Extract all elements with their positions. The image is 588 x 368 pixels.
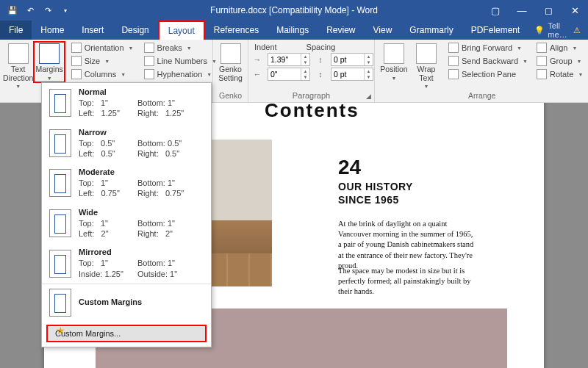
group-label-paragraph: Paragraph (293, 91, 330, 100)
margins-narrow-icon (49, 129, 71, 157)
paragraph-dialog-launcher[interactable]: ◢ (366, 93, 371, 100)
margins-option-normal[interactable]: Normal Top: 1" Bottom: 1" Left: 1.25" Ri… (42, 83, 211, 123)
send-backward-icon (448, 56, 459, 66)
section-heading: OUR HISTORY SINCE 1965 (338, 181, 413, 206)
body-paragraph-1: At the brink of daylight on a quaint Van… (338, 219, 478, 271)
orientation-button[interactable]: Orientation▼ (68, 42, 137, 54)
tell-me-search[interactable]: 💡Tell me… (528, 21, 573, 40)
indent-right-icon: ← (251, 70, 263, 79)
indent-left-field[interactable]: 1.39"▲▼ (268, 53, 310, 66)
spacing-after-field[interactable]: 0 pt▲▼ (331, 68, 373, 81)
warning-icon[interactable]: ⚠ (573, 21, 581, 40)
selection-pane-icon (448, 69, 459, 79)
margins-moderate-icon (49, 169, 71, 197)
indent-left-icon: → (251, 55, 263, 64)
line-numbers-button[interactable]: Line Numbers▼ (141, 55, 220, 67)
redo-icon[interactable]: ↷ (40, 2, 56, 18)
tab-file[interactable]: File (0, 21, 32, 40)
breaks-button[interactable]: Breaks▼ (141, 42, 220, 54)
align-button[interactable]: Align▼ (534, 42, 586, 54)
close-icon[interactable]: ✕ (562, 0, 588, 21)
quick-access-toolbar: 💾 ↶ ↷ ▾ (0, 2, 74, 18)
columns-button[interactable]: Columns▼ (68, 68, 137, 80)
tab-grammarly[interactable]: Grammarly (401, 21, 462, 40)
margins-icon (39, 43, 60, 64)
send-backward-button[interactable]: Send Backward▼ (445, 55, 531, 67)
maximize-icon[interactable]: ◻ (535, 0, 562, 21)
page-number-text: 24 (338, 156, 361, 179)
group-label-genko: Genko (213, 91, 248, 102)
undo-icon[interactable]: ↶ (22, 2, 38, 18)
selection-pane-button[interactable]: Selection Pane (445, 68, 531, 80)
minimize-icon[interactable]: — (509, 0, 535, 21)
position-button[interactable]: Position▼ (378, 42, 410, 81)
save-icon[interactable]: 💾 (4, 2, 21, 18)
tab-references[interactable]: References (205, 21, 268, 40)
orientation-icon (71, 43, 82, 53)
bring-forward-button[interactable]: Bring Forward▼ (445, 42, 531, 54)
margins-button[interactable]: Margins▼ (33, 41, 65, 83)
body-paragraph-2: The space may be modest in size but it i… (338, 266, 478, 297)
tab-pdfelement[interactable]: PDFelement (462, 21, 529, 40)
group-icon (537, 56, 547, 66)
tab-home[interactable]: Home (32, 21, 73, 40)
hyphenation-button[interactable]: Hyphenation▼ (141, 68, 220, 80)
margins-option-mirrored[interactable]: Mirrored Top: 1" Bottom: 1" Inside: 1.25… (42, 243, 211, 284)
bring-forward-icon (448, 43, 459, 53)
lightbulb-icon: 💡 (534, 26, 545, 35)
ribbon-options-icon[interactable]: ▢ (482, 0, 509, 21)
align-icon (537, 43, 547, 53)
text-direction-icon (8, 43, 29, 64)
spacing-before-icon: ↕ (315, 55, 326, 64)
tab-review[interactable]: Review (318, 21, 364, 40)
title-bar: 💾 ↶ ↷ ▾ Furniture.docx [Compatibility Mo… (0, 0, 588, 21)
tab-mailings[interactable]: Mailings (268, 21, 318, 40)
ribbon-tabs: File Home Insert Design Layout Reference… (0, 21, 588, 40)
rotate-icon (537, 69, 547, 79)
wrap-text-icon (416, 43, 437, 64)
size-button[interactable]: Size▼ (68, 55, 137, 67)
margins-dropdown: Normal Top: 1" Bottom: 1" Left: 1.25" Ri… (41, 82, 212, 347)
spacing-after-icon: ↕ (315, 70, 326, 79)
group-label-arrange: Arrange (375, 91, 588, 102)
tab-insert[interactable]: Insert (73, 21, 112, 40)
indent-label: Indent (254, 43, 277, 51)
breaks-icon (144, 43, 154, 53)
columns-icon (71, 69, 82, 79)
rotate-button[interactable]: Rotate▼ (534, 68, 586, 80)
margins-mirrored-icon (49, 250, 71, 278)
share-button[interactable]: 👤Share (581, 21, 588, 40)
hyphenation-icon (144, 69, 154, 79)
spacing-label: Spacing (306, 43, 336, 51)
tab-view[interactable]: View (365, 21, 401, 40)
size-icon (71, 56, 82, 66)
qat-customize-icon[interactable]: ▾ (57, 2, 74, 18)
genko-setting-button[interactable]: Genko Setting (216, 42, 245, 82)
indent-right-field[interactable]: 0"▲▼ (268, 68, 310, 81)
wrap-text-button[interactable]: Wrap Text▼ (410, 42, 442, 89)
genko-icon (220, 43, 241, 64)
margins-option-wide[interactable]: Wide Top: 1" Bottom: 1" Left: 2" Right: … (42, 203, 211, 244)
text-direction-button[interactable]: Text Direction▼ (3, 42, 33, 89)
margins-option-custom-recent[interactable]: ★ Custom Margins (42, 284, 211, 321)
tab-design[interactable]: Design (112, 21, 157, 40)
tab-layout[interactable]: Layout (158, 21, 205, 40)
window-title: Furniture.docx [Compatibility Mode] - Wo… (210, 5, 378, 15)
spacing-before-field[interactable]: 0 pt▲▼ (331, 53, 373, 66)
margins-normal-icon (49, 89, 71, 117)
position-icon (384, 43, 404, 64)
group-objects-button[interactable]: Group▼ (534, 55, 586, 67)
margins-option-narrow[interactable]: Narrow Top: 0.5" Bottom: 0.5" Left: 0.5"… (42, 123, 211, 164)
line-numbers-icon (144, 56, 154, 66)
contents-heading: Contents (265, 103, 359, 122)
margins-option-moderate[interactable]: Moderate Top: 1" Bottom: 1" Left: 0.75" … (42, 163, 211, 203)
margins-wide-icon (49, 209, 71, 237)
margins-custom-icon: ★ (49, 289, 71, 317)
